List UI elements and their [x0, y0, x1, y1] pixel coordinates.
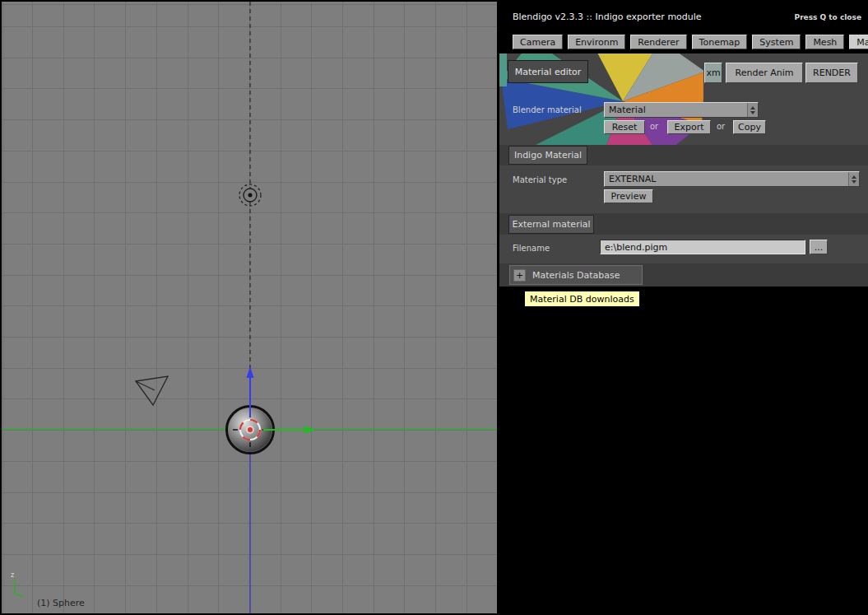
mini-axis-widget: z	[11, 571, 24, 597]
tab-camera[interactable]: Camera	[513, 35, 563, 49]
xm-button[interactable]: xm	[704, 63, 722, 83]
materials-database-header[interactable]: + Materials Database	[509, 265, 643, 285]
blender-material-dropdown[interactable]: Material	[604, 102, 759, 118]
tab-environment[interactable]: Environm	[568, 35, 625, 49]
expand-plus-icon[interactable]: +	[513, 269, 526, 282]
material-db-tooltip: Material DB downloads	[524, 291, 640, 307]
material-type-value: EXTERNAL	[605, 172, 848, 186]
spinner-down-icon[interactable]	[852, 180, 856, 184]
spinner-up-icon[interactable]	[852, 175, 856, 179]
or-label-2: or	[717, 122, 725, 131]
tab-renderer[interactable]: Renderer	[630, 35, 686, 49]
preview-button[interactable]: Preview	[604, 189, 653, 203]
blender-material-label: Blender material	[513, 105, 582, 114]
indigo-material-header[interactable]: Indigo Material	[508, 146, 587, 165]
filename-label: Filename	[513, 244, 550, 253]
blender-material-value: Material	[605, 103, 747, 117]
materials-panel: Material editor xm Render Anim RENDER Bl…	[499, 54, 868, 287]
spinner-down-icon[interactable]	[750, 111, 755, 114]
export-button[interactable]: Export	[667, 120, 711, 134]
material-type-dropdown[interactable]: EXTERNAL	[604, 171, 860, 187]
spinner-up-icon[interactable]	[750, 106, 755, 109]
exporter-panel: Blendigo v2.3.3 :: Indigo exporter modul…	[499, 0, 868, 615]
3d-viewport[interactable]: z (1) Sphere	[2, 2, 497, 613]
close-hint: Press Q to close	[795, 13, 861, 21]
axis-lines	[2, 2, 497, 613]
axis-label: z	[11, 571, 14, 579]
render-button[interactable]: RENDER	[805, 63, 858, 83]
tab-materials[interactable]: Materials	[849, 35, 868, 49]
section-tabs: Camera Environm Renderer Tonemap System …	[513, 35, 868, 49]
viewport-drawing: z (1) Sphere	[2, 2, 497, 613]
tab-system[interactable]: System	[752, 35, 801, 49]
filename-input[interactable]	[600, 240, 805, 254]
material-type-label: Material type	[513, 175, 567, 184]
materials-database-label: Materials Database	[532, 270, 620, 281]
camera-object[interactable]	[136, 376, 168, 405]
blender-material-spinner[interactable]	[747, 103, 758, 117]
external-material-header[interactable]: External material	[508, 215, 594, 234]
tab-mesh[interactable]: Mesh	[805, 35, 844, 49]
active-object-label: (1) Sphere	[37, 598, 85, 608]
tab-accent-strip	[499, 54, 507, 86]
material-type-spinner[interactable]	[848, 172, 859, 186]
copy-button[interactable]: Copy	[733, 120, 766, 134]
or-label-1: or	[650, 122, 658, 131]
panel-title: Blendigo v2.3.3 :: Indigo exporter modul…	[513, 12, 702, 22]
browse-button[interactable]: ...	[810, 240, 828, 254]
render-anim-button[interactable]: Render Anim	[726, 63, 803, 83]
reset-button[interactable]: Reset	[604, 120, 645, 134]
sphere-object[interactable]	[227, 366, 317, 454]
tab-material-editor[interactable]: Material editor	[508, 60, 588, 83]
tab-tonemap[interactable]: Tonemap	[692, 35, 748, 49]
